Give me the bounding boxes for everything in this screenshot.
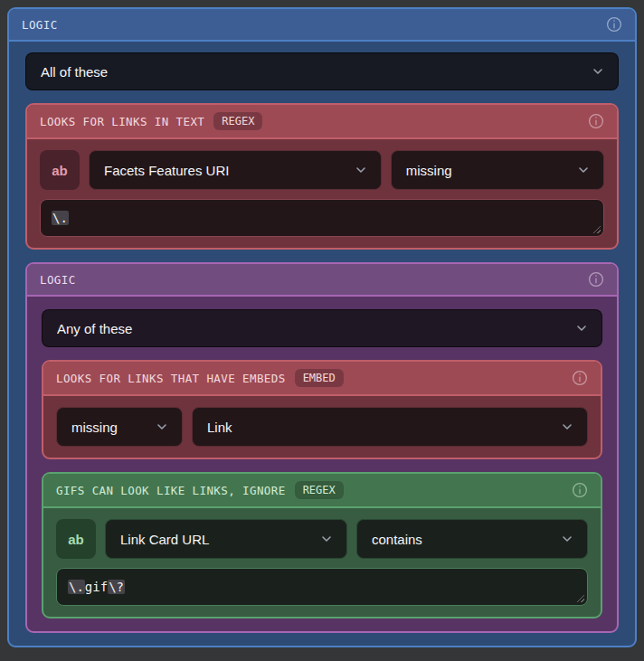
rule-gifs-ignore-title: GIFS CAN LOOK LIKE LINKS, IGNORE xyxy=(56,484,286,497)
field-select[interactable]: Link xyxy=(192,407,588,447)
rule-gifs-ignore-controls: ab Link Card URL contains xyxy=(56,519,588,559)
rule-links-in-text-body: ab Facets Features URI missing xyxy=(27,139,617,248)
rule-gifs-ignore-header: GIFS CAN LOOK LIKE LINKS, IGNORE REGEX xyxy=(43,474,601,508)
info-icon[interactable] xyxy=(588,271,604,288)
logic-inner-header: LOGIC xyxy=(27,264,617,297)
chevron-down-icon xyxy=(155,420,169,434)
logic-block-inner: LOGIC Any of these xyxy=(25,262,619,633)
operator-select[interactable]: missing xyxy=(56,407,183,447)
field-select[interactable]: Facets Features URI xyxy=(89,150,382,190)
info-icon[interactable] xyxy=(572,370,588,386)
regex-token: \? xyxy=(108,580,125,594)
field-select[interactable]: Link Card URL xyxy=(105,519,347,559)
rule-links-have-embeds-header: LOOKS FOR LINKS THAT HAVE EMBEDS EMBED xyxy=(43,362,601,396)
regex-token: \. xyxy=(68,580,85,594)
text-mode-button[interactable]: ab xyxy=(56,519,96,559)
logic-inner-body: Any of these LOOKS FOR LINKS THAT HAVE E… xyxy=(27,297,617,631)
chevron-down-icon xyxy=(591,64,605,79)
operator-select[interactable]: missing xyxy=(391,150,604,190)
info-icon[interactable] xyxy=(572,482,588,498)
chevron-down-icon xyxy=(354,163,368,177)
chevron-down-icon xyxy=(560,420,574,434)
rule-gifs-ignore: GIFS CAN LOOK LIKE LINKS, IGNORE REGEX xyxy=(42,472,602,619)
info-icon[interactable] xyxy=(606,16,622,33)
rule-links-in-text-controls: ab Facets Features URI missing xyxy=(40,150,604,190)
rule-links-in-text-header: LOOKS FOR LINKS IN TEXT REGEX xyxy=(27,105,617,139)
rule-gifs-ignore-body: ab Link Card URL contains xyxy=(43,508,601,617)
operator-select-value: contains xyxy=(372,532,560,547)
inner-match-mode-select[interactable]: Any of these xyxy=(42,309,602,347)
page-canvas: LOGIC All of these LOOKS FOR LINKS IN T xyxy=(0,0,644,661)
regex-pattern-input[interactable]: \. xyxy=(40,199,604,237)
logic-block-outer: LOGIC All of these LOOKS FOR LINKS IN T xyxy=(7,7,637,647)
chevron-down-icon xyxy=(560,532,574,546)
resize-grip-icon[interactable] xyxy=(574,592,584,602)
text-mode-button[interactable]: ab xyxy=(40,150,80,190)
embed-badge: EMBED xyxy=(295,369,344,387)
logic-outer-header: LOGIC xyxy=(9,9,635,42)
outer-match-mode-select[interactable]: All of these xyxy=(25,52,619,90)
regex-badge: REGEX xyxy=(295,481,344,499)
operator-select-value: missing xyxy=(406,163,576,178)
regex-badge: REGEX xyxy=(213,112,262,130)
rule-links-have-embeds-title: LOOKS FOR LINKS THAT HAVE EMBEDS xyxy=(56,372,286,385)
logic-outer-title: LOGIC xyxy=(22,18,58,32)
field-select-value: Link Card URL xyxy=(120,532,319,547)
operator-select[interactable]: contains xyxy=(356,519,588,559)
rule-links-have-embeds: LOOKS FOR LINKS THAT HAVE EMBEDS EMBED xyxy=(42,360,602,459)
regex-token: \. xyxy=(52,211,69,225)
chevron-down-icon xyxy=(319,532,334,546)
operator-select-value: missing xyxy=(71,420,155,435)
resize-grip-icon[interactable] xyxy=(591,223,601,233)
chevron-down-icon xyxy=(576,163,591,177)
rule-links-in-text: LOOKS FOR LINKS IN TEXT REGEX ab xyxy=(25,103,619,250)
inner-match-mode-value: Any of these xyxy=(57,321,574,336)
logic-outer-body: All of these LOOKS FOR LINKS IN TEXT REG… xyxy=(9,42,635,646)
info-icon[interactable] xyxy=(588,113,604,129)
field-select-value: Facets Features URI xyxy=(104,163,354,178)
regex-token: gif xyxy=(85,580,108,594)
rule-links-have-embeds-body: missing Link xyxy=(43,396,601,458)
rule-links-have-embeds-controls: missing Link xyxy=(56,407,588,447)
chevron-down-icon xyxy=(574,321,589,335)
outer-match-mode-value: All of these xyxy=(41,64,591,80)
logic-inner-title: LOGIC xyxy=(40,273,76,287)
field-select-value: Link xyxy=(207,420,560,435)
regex-pattern-input[interactable]: \.gif\? xyxy=(56,568,588,606)
rule-links-in-text-title: LOOKS FOR LINKS IN TEXT xyxy=(40,115,204,128)
